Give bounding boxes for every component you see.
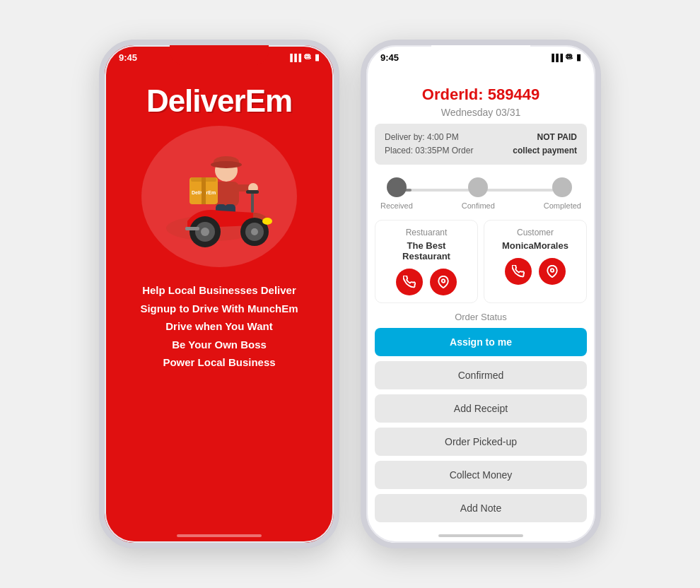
customer-actions bbox=[491, 258, 579, 285]
placed-time: Placed: 03:35PM Order bbox=[385, 144, 473, 158]
left-phone: 9:45 DeliverEm bbox=[99, 40, 339, 548]
order-info-bar: Deliver by: 4:00 PM Placed: 03:35PM Orde… bbox=[375, 124, 587, 165]
right-content: OrderId: 589449 Wednesday 03/31 Deliver … bbox=[366, 76, 595, 543]
svg-point-23 bbox=[251, 228, 258, 235]
order-picked-up-button[interactable]: Order Picked-up bbox=[375, 428, 587, 456]
restaurant-call-button[interactable] bbox=[396, 269, 423, 295]
right-home-indicator bbox=[438, 534, 523, 537]
step-label-confirmed: Confimed bbox=[462, 201, 495, 210]
restaurant-card: Restuarant The Best Restaurant bbox=[375, 220, 478, 303]
wifi-icon-right bbox=[565, 52, 573, 62]
left-status-time: 9:45 bbox=[119, 52, 137, 63]
scooter-illustration: DeliverEm bbox=[141, 126, 297, 267]
customer-label: Customer bbox=[491, 228, 579, 237]
step-received: Received bbox=[380, 177, 413, 210]
left-status-icons bbox=[288, 52, 320, 62]
order-status-label: Order Status bbox=[366, 312, 595, 322]
customer-card: Customer MonicaMorales bbox=[484, 220, 587, 303]
svg-point-26 bbox=[442, 280, 445, 283]
customer-location-button[interactable] bbox=[539, 258, 566, 285]
deliver-by: Deliver by: 4:00 PM bbox=[385, 131, 473, 144]
svg-point-24 bbox=[262, 218, 272, 225]
taglines-section: Help Local Businesses Deliver Signup to … bbox=[140, 281, 298, 372]
left-notch bbox=[170, 45, 269, 65]
confirmed-button[interactable]: Confirmed bbox=[375, 361, 587, 389]
right-notch bbox=[431, 45, 530, 65]
tagline-4: Be Your Own Boss bbox=[140, 336, 298, 354]
signal-icon bbox=[288, 53, 301, 61]
wifi-icon bbox=[303, 52, 312, 62]
add-note-button[interactable]: Add Note bbox=[375, 494, 587, 522]
svg-point-27 bbox=[551, 269, 554, 273]
restaurant-name: The Best Restaurant bbox=[383, 240, 470, 261]
tagline-5: Power Local Business bbox=[140, 353, 298, 372]
tagline-2: Signup to Drive With MunchEm bbox=[140, 300, 298, 318]
svg-point-3 bbox=[211, 161, 242, 168]
order-info-left: Deliver by: 4:00 PM Placed: 03:35PM Orde… bbox=[385, 131, 473, 158]
order-info-right: NOT PAID collect payment bbox=[513, 131, 577, 158]
customer-name: MonicaMorales bbox=[491, 240, 579, 251]
svg-rect-25 bbox=[185, 227, 199, 230]
order-title: OrderId: 589449 bbox=[366, 80, 595, 107]
status-buttons: Assign to me Confirmed Add Receipt Order… bbox=[366, 328, 595, 522]
tagline-3: Drive when You Want bbox=[140, 317, 298, 336]
progress-steps: Received Confimed Completed bbox=[380, 177, 581, 210]
add-receipt-button[interactable]: Add Receipt bbox=[375, 394, 587, 423]
info-cards: Restuarant The Best Restaurant bbox=[375, 220, 587, 303]
right-status-time: 9:45 bbox=[380, 52, 399, 63]
step-label-completed: Completed bbox=[544, 201, 581, 210]
collect-money-button[interactable]: Collect Money bbox=[375, 461, 587, 489]
app-logo: DeliverEm bbox=[146, 83, 292, 119]
left-home-indicator bbox=[177, 534, 262, 537]
step-confirmed: Confimed bbox=[462, 177, 495, 210]
tagline-1: Help Local Businesses Deliver bbox=[140, 281, 298, 300]
scooter-svg: DeliverEm bbox=[148, 136, 290, 257]
right-status-icons bbox=[549, 52, 581, 62]
svg-rect-14 bbox=[202, 177, 206, 204]
svg-point-20 bbox=[201, 228, 209, 236]
battery-icon bbox=[315, 52, 320, 62]
order-date: Wednesday 03/31 bbox=[366, 107, 595, 118]
battery-icon-right bbox=[576, 52, 581, 62]
restaurant-actions bbox=[383, 269, 470, 295]
right-phone: 9:45 OrderId: 589449 Wednesday 03/31 Del… bbox=[361, 40, 601, 548]
step-completed: Completed bbox=[544, 177, 581, 210]
restaurant-label: Restuarant bbox=[383, 228, 470, 237]
customer-call-button[interactable] bbox=[505, 258, 532, 285]
payment-status: NOT PAID bbox=[513, 131, 577, 144]
left-content: DeliverEm bbox=[105, 76, 334, 543]
step-circle-confirmed bbox=[468, 177, 488, 197]
progress-section: Received Confimed Completed bbox=[366, 175, 595, 210]
restaurant-location-button[interactable] bbox=[430, 269, 457, 295]
step-circle-completed bbox=[552, 177, 572, 197]
payment-action: collect payment bbox=[513, 144, 577, 158]
signal-icon-right bbox=[549, 53, 562, 61]
assign-to-me-button[interactable]: Assign to me bbox=[375, 328, 587, 356]
svg-rect-16 bbox=[251, 192, 254, 213]
svg-rect-17 bbox=[246, 190, 259, 194]
step-label-received: Received bbox=[380, 201, 413, 210]
step-circle-received bbox=[387, 177, 407, 197]
